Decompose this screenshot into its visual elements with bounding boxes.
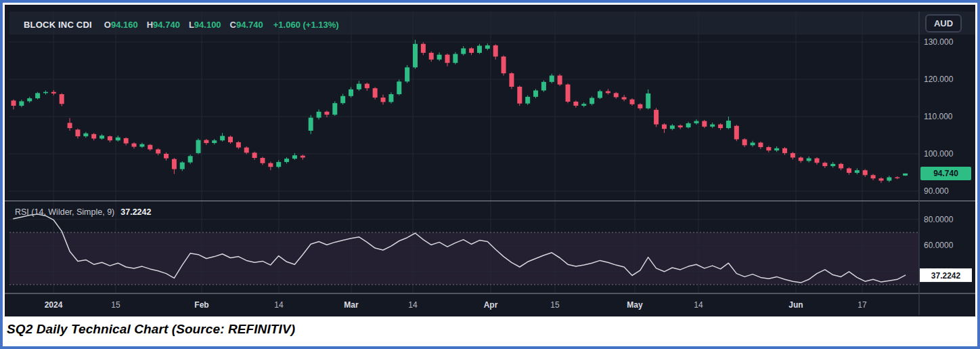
caption: SQ2 Daily Technical Chart (Source: REFIN… [7, 322, 295, 337]
currency-button[interactable]: AUD [925, 14, 962, 33]
high-value: 94.740 [153, 20, 180, 30]
svg-text:60.0000: 60.0000 [924, 241, 954, 250]
rsi-value: 37.2242 [120, 207, 151, 217]
rsi-label: RSI (14, Wilder, Simple, 9) [15, 207, 114, 217]
svg-text:15: 15 [550, 300, 560, 310]
symbol-legend: BLOCK INC CDI O 94.160 H 94.740 L 94.100… [24, 16, 339, 33]
svg-text:14: 14 [274, 300, 284, 310]
svg-text:15: 15 [111, 300, 120, 310]
svg-text:120.000: 120.000 [924, 75, 954, 84]
low-label: L [189, 20, 194, 30]
svg-text:130.000: 130.000 [924, 37, 954, 47]
open-label: O [104, 20, 111, 30]
svg-text:110.000: 110.000 [924, 112, 953, 121]
svg-text:14: 14 [694, 300, 703, 310]
change-value: +1.060 (+1.13%) [273, 20, 339, 30]
screenshot-frame: 130.000120.000110.000100.00090.00080.000… [0, 0, 980, 349]
svg-text:94.740: 94.740 [933, 169, 958, 178]
open-value: 94.160 [111, 20, 138, 30]
high-label: H [147, 20, 153, 30]
close-label: C [230, 20, 236, 30]
chart-canvas[interactable]: 130.000120.000110.000100.00090.00080.000… [5, 5, 975, 316]
close-value: 94.740 [236, 20, 263, 30]
svg-text:Apr: Apr [484, 300, 498, 310]
svg-text:Feb: Feb [194, 300, 208, 310]
svg-text:37.2242: 37.2242 [931, 271, 961, 281]
svg-text:Jun: Jun [788, 300, 803, 310]
low-value: 94.100 [194, 20, 221, 30]
svg-text:80.0000: 80.0000 [924, 215, 954, 224]
svg-text:90.000: 90.000 [924, 186, 949, 196]
chart-panel: 130.000120.000110.000100.00090.00080.000… [5, 5, 975, 316]
svg-text:May: May [627, 300, 643, 310]
symbol-name: BLOCK INC CDI [24, 20, 92, 30]
svg-text:17: 17 [858, 300, 867, 310]
svg-text:14: 14 [408, 300, 418, 310]
rsi-indicator-legend: RSI (14, Wilder, Simple, 9) 37.2242 [15, 206, 151, 218]
svg-text:Mar: Mar [344, 300, 359, 310]
svg-text:100.000: 100.000 [924, 149, 954, 159]
svg-text:2024: 2024 [45, 300, 63, 310]
